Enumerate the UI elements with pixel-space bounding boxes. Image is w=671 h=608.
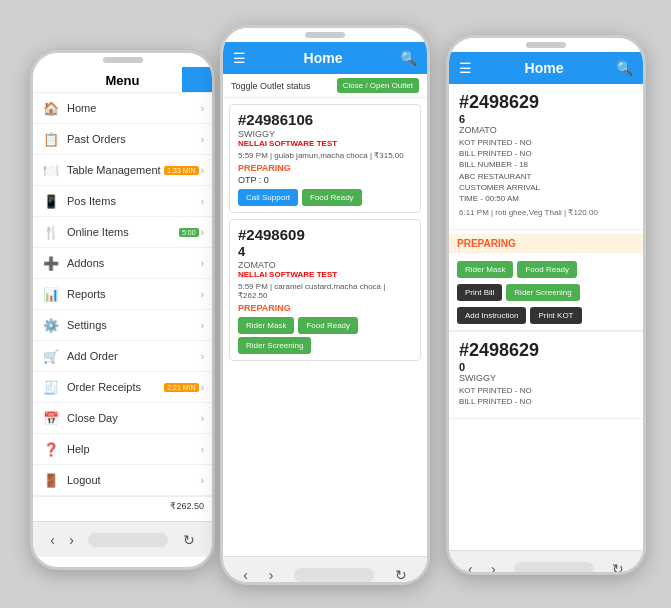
print-kot-button-right[interactable]: Print KOT	[530, 307, 581, 324]
right-phone-notch	[449, 38, 643, 52]
toggle-outlet-row: Toggle Outlet status Close / Open Outlet	[223, 74, 427, 98]
chevron-icon: ›	[201, 320, 204, 331]
right-status-1: PREPARING	[449, 234, 643, 253]
print-bill-button-right[interactable]: Print Bill	[457, 284, 502, 301]
menu-item-online-items[interactable]: 🍴 Online Items 5:00 ›	[33, 217, 212, 248]
chevron-icon: ›	[201, 289, 204, 300]
chevron-icon: ›	[201, 165, 204, 176]
menu-label-add-order: Add Order	[67, 350, 201, 362]
chevron-icon: ›	[201, 227, 204, 238]
left-phone: Menu 🏠 Home › 📋 Past Orders › 🍽️ Table M…	[30, 50, 215, 570]
refresh-icon-right[interactable]: ↻	[612, 561, 624, 576]
logout-icon: 🚪	[43, 472, 59, 488]
menu-item-logout[interactable]: 🚪 Logout ›	[33, 465, 212, 496]
center-header-title: Home	[304, 50, 343, 66]
forward-icon-center[interactable]: ›	[269, 567, 274, 583]
center-phone-bottom-bar: ‹ › ↻	[223, 556, 427, 585]
menu-item-reports[interactable]: 📊 Reports ›	[33, 279, 212, 310]
menu-label-addons: Addons	[67, 257, 201, 269]
address-bar-center[interactable]	[294, 568, 374, 582]
order-card-1: #24986106 SWIGGY NELLAI SOFTWARE TEST 5:…	[229, 104, 421, 213]
menu-label-logout: Logout	[67, 474, 201, 486]
right-btn-row-1: Rider Mask Food Ready	[449, 255, 643, 284]
menu-item-past-orders[interactable]: 📋 Past Orders ›	[33, 124, 212, 155]
right-order-info-2: KOT PRINTED - NO BILL PRINTED - NO	[459, 385, 633, 407]
right-app-header: ☰ Home 🔍	[449, 52, 643, 84]
menu-item-close-day[interactable]: 📅 Close Day ›	[33, 403, 212, 434]
menu-item-add-order[interactable]: 🛒 Add Order ›	[33, 341, 212, 372]
back-icon-center[interactable]: ‹	[243, 567, 248, 583]
home-icon: 🏠	[43, 100, 59, 116]
order-source-suffix-2: 4	[238, 244, 412, 259]
time-badge-online: 5:00	[179, 228, 199, 237]
menu-header: Menu	[33, 67, 212, 93]
menu-label-table-mgmt: Table Management	[67, 164, 164, 176]
chevron-icon: ›	[201, 382, 204, 393]
right-order-info-1: KOT PRINTED - NO BILL PRINTED - NO BILL …	[459, 137, 633, 204]
order-source-1: SWIGGY	[238, 129, 412, 139]
left-phone-notch	[33, 53, 212, 67]
right-order-num-1: 6	[459, 113, 633, 125]
menu-label-close-day: Close Day	[67, 412, 201, 424]
right-phone-bottom-bar: ‹ › ↻	[449, 550, 643, 575]
right-header-title: Home	[525, 60, 564, 76]
right-order-source-2: SWIGGY	[459, 373, 633, 383]
menu-item-table-management[interactable]: 🍽️ Table Management 1:33 MIN ›	[33, 155, 212, 186]
chevron-icon: ›	[201, 351, 204, 362]
pos-icon: 📱	[43, 193, 59, 209]
past-orders-icon: 📋	[43, 131, 59, 147]
menu-label-past-orders: Past Orders	[67, 133, 201, 145]
address-bar[interactable]	[88, 533, 168, 547]
back-icon-right[interactable]: ‹	[468, 561, 473, 576]
search-icon-center[interactable]: 🔍	[400, 50, 417, 66]
order-receipts-icon: 🧾	[43, 379, 59, 395]
food-ready-button-right[interactable]: Food Ready	[517, 261, 577, 278]
back-icon[interactable]: ‹	[50, 532, 55, 548]
menu-icon-right[interactable]: ☰	[459, 60, 472, 76]
settings-icon: ⚙️	[43, 317, 59, 333]
addons-icon: ➕	[43, 255, 59, 271]
rider-screening-button-right[interactable]: Rider Screening	[506, 284, 579, 301]
menu-label-settings: Settings	[67, 319, 201, 331]
right-order-card-1: #2498629 6 ZOMATO KOT PRINTED - NO BILL …	[449, 84, 643, 230]
reports-icon: 📊	[43, 286, 59, 302]
toggle-outlet-button[interactable]: Close / Open Outlet	[337, 78, 419, 93]
chevron-icon: ›	[201, 444, 204, 455]
menu-item-order-receipts[interactable]: 🧾 Order Receipts 2:21 MIN ›	[33, 372, 212, 403]
right-order-id-1: #2498629	[459, 92, 633, 113]
order-status-1: PREPARING	[238, 163, 412, 173]
rider-screening-button-2[interactable]: Rider Screening	[238, 337, 311, 354]
forward-icon-right[interactable]: ›	[491, 561, 496, 576]
refresh-icon-center[interactable]: ↻	[395, 567, 407, 583]
food-ready-button-1[interactable]: Food Ready	[302, 189, 362, 206]
forward-icon[interactable]: ›	[69, 532, 74, 548]
menu-label-pos: Pos Items	[67, 195, 201, 207]
call-support-button-1[interactable]: Call Support	[238, 189, 298, 206]
order-time-2: 5:59 PM | caramel custard,macha choca | …	[238, 282, 412, 300]
order-id-1: #24986106	[238, 111, 412, 128]
food-ready-button-2[interactable]: Food Ready	[298, 317, 358, 334]
search-icon-right[interactable]: 🔍	[616, 60, 633, 76]
help-icon: ❓	[43, 441, 59, 457]
menu-item-pos-items[interactable]: 📱 Pos Items ›	[33, 186, 212, 217]
menu-item-help[interactable]: ❓ Help ›	[33, 434, 212, 465]
order-time-1: 5:59 PM | gulab jamun,macha choca | ₹315…	[238, 151, 412, 160]
menu-icon-center[interactable]: ☰	[233, 50, 246, 66]
address-bar-right[interactable]	[514, 562, 594, 576]
right-btn-row-3: Add Instruction Print KOT	[449, 307, 643, 330]
toggle-outlet-label: Toggle Outlet status	[231, 81, 311, 91]
add-instruction-button-right[interactable]: Add Instruction	[457, 307, 526, 324]
right-order-num-2: 0	[459, 361, 633, 373]
menu-label-online-items: Online Items	[67, 226, 179, 238]
rider-mask-button-2[interactable]: Rider Mask	[238, 317, 294, 334]
rider-mask-button-right[interactable]: Rider Mask	[457, 261, 513, 278]
time-badge-table: 1:33 MIN	[164, 166, 198, 175]
online-items-icon: 🍴	[43, 224, 59, 240]
center-scroll-content: #24986106 SWIGGY NELLAI SOFTWARE TEST 5:…	[223, 98, 427, 556]
chevron-icon: ›	[201, 103, 204, 114]
order-status-2: PREPARING	[238, 303, 412, 313]
menu-item-settings[interactable]: ⚙️ Settings ›	[33, 310, 212, 341]
menu-item-home[interactable]: 🏠 Home ›	[33, 93, 212, 124]
refresh-icon[interactable]: ↻	[183, 532, 195, 548]
menu-item-addons[interactable]: ➕ Addons ›	[33, 248, 212, 279]
